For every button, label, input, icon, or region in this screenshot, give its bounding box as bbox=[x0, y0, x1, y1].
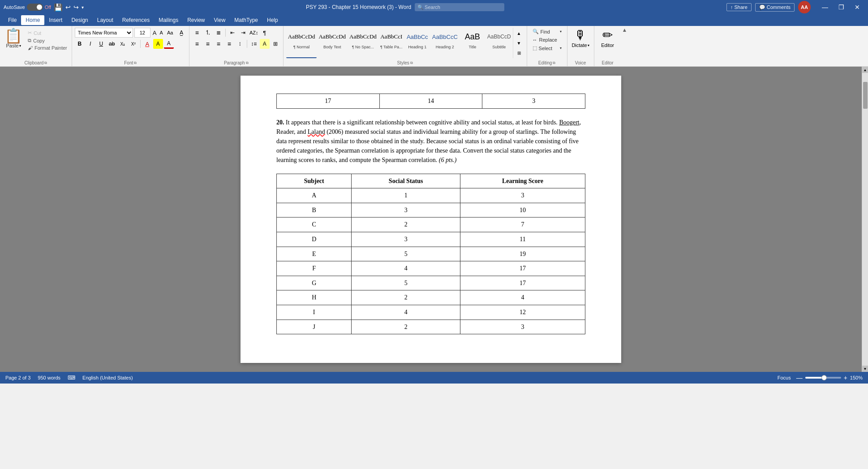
font-name-select[interactable]: Times New Roma bbox=[75, 28, 133, 38]
editor-button[interactable]: ✏ Editor bbox=[601, 28, 614, 48]
paragraph-expand-icon[interactable]: ⧉ bbox=[246, 61, 249, 65]
scroll-thumb[interactable] bbox=[863, 82, 868, 109]
font-color-button[interactable]: A bbox=[142, 39, 152, 49]
zoom-slider[interactable] bbox=[805, 377, 841, 379]
style-subtitle[interactable]: AaBbCcD Subtitle bbox=[486, 28, 513, 58]
autosave-toggle[interactable]: AutoSave Off bbox=[4, 4, 51, 11]
style-body-text[interactable]: AaBbCcDd Body Text bbox=[317, 28, 348, 58]
styles-expand[interactable]: ⊞ bbox=[514, 48, 524, 58]
columns-button[interactable]: ⫶ bbox=[235, 39, 245, 49]
clear-formatting-button[interactable]: A̲ bbox=[176, 28, 186, 38]
multilevel-list-button[interactable]: ≣ bbox=[214, 28, 223, 38]
borders-button[interactable]: ⊞ bbox=[271, 39, 280, 49]
editing-expand-icon[interactable]: ⧉ bbox=[553, 61, 555, 65]
user-avatar[interactable]: AA bbox=[798, 1, 811, 13]
sort-button[interactable]: AZ↕ bbox=[249, 28, 259, 38]
customize-icon[interactable]: ▾ bbox=[82, 5, 84, 10]
font-case-button[interactable]: Aa bbox=[165, 28, 175, 38]
show-formatting-button[interactable]: ¶ bbox=[260, 28, 270, 38]
document-scroll[interactable]: 17 14 3 20. It appears that there is a s… bbox=[0, 67, 862, 372]
text-color-button[interactable]: A bbox=[164, 39, 174, 49]
replace-button[interactable]: ↔ Replace bbox=[530, 36, 564, 43]
bold-button[interactable]: B bbox=[75, 39, 85, 49]
clipboard-expand-icon[interactable]: ⧉ bbox=[44, 61, 47, 65]
style-table-para[interactable]: AaBbCcI ¶ Table Pa... bbox=[378, 28, 404, 58]
strikethrough-button[interactable]: ab bbox=[107, 39, 117, 49]
styles-scroll-down[interactable]: ▼ bbox=[514, 38, 524, 48]
align-right-button[interactable]: ≡ bbox=[214, 39, 223, 49]
scroll-up-button[interactable]: ▲ bbox=[862, 67, 868, 73]
menu-mailings[interactable]: Mailings bbox=[154, 15, 183, 25]
vertical-scrollbar[interactable]: ▲ ▼ bbox=[862, 67, 868, 372]
align-center-button[interactable]: ≡ bbox=[203, 39, 213, 49]
superscript-button[interactable]: X² bbox=[129, 39, 138, 49]
cut-button[interactable]: ✂ Cut bbox=[26, 30, 69, 36]
styles-expand-icon[interactable]: ⧉ bbox=[410, 61, 413, 65]
zoom-in-icon[interactable]: + bbox=[844, 374, 847, 381]
search-input[interactable] bbox=[415, 3, 504, 11]
focus-button[interactable]: Focus bbox=[778, 375, 791, 380]
zoom-controls[interactable]: — + 150% bbox=[796, 374, 863, 381]
justify-button[interactable]: ≡ bbox=[224, 39, 234, 49]
format-painter-button[interactable]: 🖌 Format Painter bbox=[26, 45, 69, 51]
highlight-button[interactable]: A bbox=[153, 39, 163, 49]
menu-view[interactable]: View bbox=[210, 15, 230, 25]
font-increase-button[interactable]: A bbox=[152, 29, 158, 37]
table-cell: 7 bbox=[460, 217, 585, 232]
menu-help[interactable]: Help bbox=[262, 15, 283, 25]
autosave-switch[interactable] bbox=[27, 4, 43, 11]
shading-button[interactable]: A bbox=[260, 39, 270, 49]
undo-icon[interactable]: ↩ bbox=[65, 4, 71, 11]
maximize-button[interactable]: ❐ bbox=[834, 0, 848, 14]
share-button[interactable]: ↑ Share bbox=[726, 3, 752, 11]
decrease-indent-button[interactable]: ⇤ bbox=[228, 28, 237, 38]
select-dropdown-icon[interactable]: ▾ bbox=[560, 46, 562, 50]
ribbon-collapse-button[interactable]: ▲ bbox=[621, 26, 628, 66]
paste-dropdown-icon[interactable]: ▾ bbox=[19, 44, 21, 48]
underline-button[interactable]: U bbox=[96, 39, 106, 49]
menu-mathtype[interactable]: MathType bbox=[230, 15, 262, 25]
scroll-track[interactable] bbox=[862, 73, 868, 366]
style-heading1[interactable]: AaBbCc Heading 1 bbox=[404, 28, 430, 58]
save-icon[interactable]: 💾 bbox=[54, 3, 63, 12]
menu-design[interactable]: Design bbox=[67, 15, 92, 25]
paste-button[interactable]: 📋 Paste ▾ bbox=[3, 28, 24, 49]
find-button[interactable]: 🔍 Find ▾ bbox=[530, 28, 564, 35]
styles-scroll-up[interactable]: ▲ bbox=[514, 28, 524, 38]
menu-home[interactable]: Home bbox=[21, 15, 44, 25]
line-spacing-button[interactable]: ↕≡ bbox=[249, 39, 259, 49]
italic-button[interactable]: I bbox=[86, 39, 95, 49]
find-dropdown-icon[interactable]: ▾ bbox=[560, 30, 562, 34]
ribbon-content: 📋 Paste ▾ ✂ Cut ⧉ Copy 🖌 Format Painter bbox=[0, 26, 868, 66]
select-button[interactable]: ⬚ Select ▾ bbox=[530, 44, 564, 52]
numbering-button[interactable]: ⒈ bbox=[203, 28, 213, 38]
menu-layout[interactable]: Layout bbox=[93, 15, 118, 25]
style-normal[interactable]: AaBbCcDd ¶ Normal bbox=[286, 28, 317, 58]
zoom-out-icon[interactable]: — bbox=[796, 374, 803, 381]
minimize-button[interactable]: — bbox=[818, 0, 832, 14]
subscript-button[interactable]: X₂ bbox=[118, 39, 128, 49]
copy-button[interactable]: ⧉ Copy bbox=[26, 37, 69, 44]
dictate-dropdown-icon[interactable]: ▾ bbox=[588, 43, 589, 47]
font-size-input[interactable] bbox=[134, 28, 150, 38]
menu-review[interactable]: Review bbox=[183, 15, 209, 25]
table-cell: H bbox=[277, 290, 352, 305]
table-cell: 3 bbox=[460, 320, 585, 334]
zoom-slider-thumb[interactable] bbox=[821, 375, 827, 380]
menu-references[interactable]: References bbox=[118, 15, 154, 25]
close-button[interactable]: ✕ bbox=[850, 0, 864, 14]
font-decrease-button[interactable]: A bbox=[159, 30, 163, 36]
align-left-button[interactable]: ≡ bbox=[192, 39, 202, 49]
style-title[interactable]: AaB Title bbox=[460, 28, 486, 58]
dictate-button[interactable]: 🎙 Dictate ▾ bbox=[572, 28, 589, 48]
menu-file[interactable]: File bbox=[4, 15, 21, 25]
comments-button[interactable]: 💬 Comments bbox=[755, 3, 795, 12]
menu-insert[interactable]: Insert bbox=[44, 15, 67, 25]
redo-icon[interactable]: ↪ bbox=[73, 4, 79, 11]
bullets-button[interactable]: ≡ bbox=[192, 28, 202, 38]
scroll-down-button[interactable]: ▼ bbox=[862, 366, 868, 372]
increase-indent-button[interactable]: ⇥ bbox=[238, 28, 248, 38]
font-expand-icon[interactable]: ⧉ bbox=[134, 61, 137, 65]
style-heading2[interactable]: AaBbCcC Heading 2 bbox=[430, 28, 460, 58]
style-no-spacing[interactable]: AaBbCcDd ¶ No Spac... bbox=[348, 28, 378, 58]
